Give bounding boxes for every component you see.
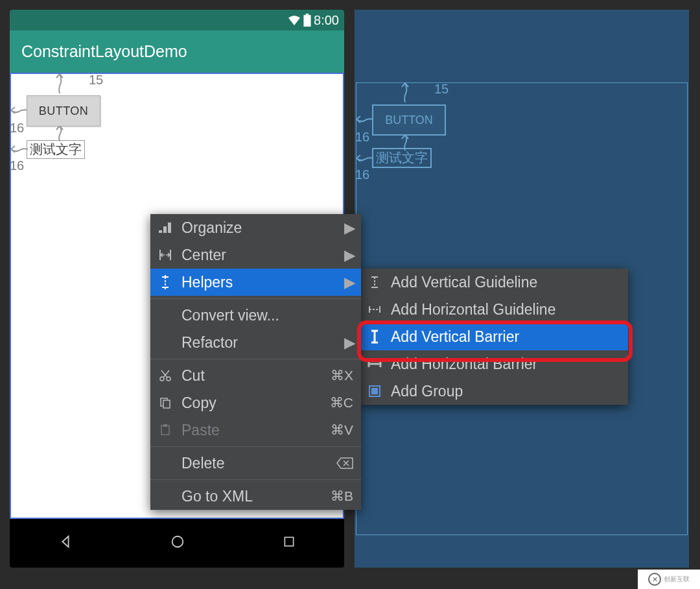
svg-rect-4	[159, 230, 162, 233]
menu-delete[interactable]: Delete	[150, 450, 361, 477]
svg-rect-6	[168, 222, 171, 233]
submenu-add-horizontal-barrier[interactable]: Add Horizontal Barrier	[360, 350, 628, 378]
wifi-icon	[288, 15, 301, 25]
bp-margin-left-label-2: 16	[355, 167, 369, 182]
menu-label: Delete	[181, 455, 224, 472]
svg-point-2	[172, 536, 183, 547]
blueprint-textview-widget[interactable]: 测试文字	[372, 148, 432, 168]
bp-text-label: 测试文字	[376, 150, 428, 165]
chevron-right-icon: ▶	[344, 219, 356, 237]
horizontal-guideline-icon	[368, 305, 382, 314]
submenu-add-vertical-guideline[interactable]: Add Vertical Guideline	[360, 269, 628, 296]
menu-center[interactable]: Center ▶	[150, 241, 361, 269]
watermark-logo-icon: ✕	[648, 573, 661, 586]
context-menu: Organize ▶ Center ▶ Helpers ▶ Convert vi…	[150, 214, 361, 510]
svg-rect-5	[163, 226, 167, 233]
design-button-label: BUTTON	[39, 104, 89, 118]
delete-key-icon	[336, 457, 353, 469]
svg-rect-15	[163, 400, 170, 408]
menu-cut[interactable]: Cut ⌘X	[150, 362, 361, 389]
constraint-arrow-left-icon	[356, 152, 373, 165]
constraint-arrow-left-icon	[11, 104, 28, 117]
watermark-label: 创新互联	[664, 575, 690, 584]
chevron-right-icon: ▶	[344, 246, 356, 264]
menu-label: Center	[181, 246, 226, 264]
menu-label: Convert view...	[181, 307, 279, 324]
margin-left-label-2: 16	[10, 158, 24, 173]
constraint-arrow-left-icon	[11, 143, 28, 156]
bp-margin-top-label: 15	[434, 82, 449, 97]
svg-rect-17	[163, 424, 167, 427]
margin-top-label: 15	[89, 73, 103, 88]
submenu-label: Add Vertical Barrier	[391, 328, 519, 346]
app-bar: ConstraintLayoutDemo	[10, 30, 344, 73]
battery-icon	[303, 14, 311, 27]
menu-label: Copy	[181, 394, 216, 412]
menu-separator	[150, 359, 361, 359]
constraint-arrow-up-icon	[395, 83, 415, 102]
margin-left-label-1: 16	[10, 121, 24, 136]
submenu-add-group[interactable]: Add Group	[360, 378, 628, 405]
menu-convert-view[interactable]: Convert view...	[150, 302, 361, 329]
svg-rect-1	[306, 14, 309, 15]
menu-goto-xml[interactable]: Go to XML ⌘B	[150, 483, 361, 510]
menu-separator	[150, 479, 361, 480]
menu-refactor[interactable]: Refactor ▶	[150, 329, 361, 356]
shortcut-label: ⌘C	[330, 395, 353, 411]
submenu-add-horizontal-guideline[interactable]: Add Horizontal Guideline	[360, 296, 628, 323]
organize-icon	[158, 222, 172, 233]
menu-label: Cut	[181, 367, 205, 385]
menu-label: Refactor	[181, 334, 238, 352]
helpers-icon	[158, 275, 172, 289]
submenu-label: Add Group	[391, 383, 463, 400]
app-title: ConstraintLayoutDemo	[21, 42, 187, 61]
nav-home-icon[interactable]	[170, 535, 185, 549]
menu-copy[interactable]: Copy ⌘C	[150, 389, 361, 416]
group-icon	[368, 385, 382, 398]
constraint-arrow-up-icon	[50, 126, 69, 141]
design-text-label: 测试文字	[30, 142, 82, 156]
shortcut-label: ⌘B	[331, 488, 353, 504]
watermark: ✕ 创新互联	[638, 570, 700, 589]
menu-label: Helpers	[181, 274, 233, 291]
submenu-label: Add Horizontal Guideline	[391, 301, 555, 319]
submenu-label: Add Vertical Guideline	[391, 274, 537, 291]
menu-label: Go to XML	[181, 488, 253, 505]
bp-margin-left-label-1: 16	[355, 130, 369, 145]
paste-icon	[158, 424, 172, 436]
svg-rect-3	[285, 537, 293, 546]
vertical-guideline-icon	[368, 275, 382, 289]
menu-label: Organize	[181, 219, 242, 237]
menu-organize[interactable]: Organize ▶	[150, 214, 361, 241]
constraint-arrow-up-icon	[50, 74, 69, 93]
status-time: 8:00	[314, 13, 339, 28]
menu-separator	[150, 298, 361, 299]
shortcut-label: ⌘X	[331, 368, 353, 383]
cut-icon	[158, 370, 172, 381]
menu-helpers[interactable]: Helpers ▶	[150, 269, 361, 296]
center-icon	[158, 250, 172, 260]
copy-icon	[158, 397, 172, 409]
menu-label: Paste	[181, 422, 220, 439]
helpers-submenu: Add Vertical Guideline Add Horizontal Gu…	[360, 269, 628, 405]
menu-paste: Paste ⌘V	[150, 416, 361, 444]
nav-recent-icon[interactable]	[283, 535, 296, 548]
shortcut-label: ⌘V	[331, 422, 353, 438]
blueprint-button-widget[interactable]: BUTTON	[372, 104, 446, 136]
android-status-bar: 8:00	[10, 10, 344, 30]
design-textview-widget[interactable]: 测试文字	[27, 140, 85, 159]
submenu-add-vertical-barrier[interactable]: Add Vertical Barrier	[360, 323, 628, 350]
nav-back-icon[interactable]	[58, 535, 73, 549]
chevron-right-icon: ▶	[344, 274, 356, 291]
svg-rect-16	[161, 426, 169, 435]
design-button-widget[interactable]: BUTTON	[27, 95, 100, 126]
horizontal-barrier-icon	[368, 359, 382, 368]
vertical-barrier-icon	[368, 330, 382, 344]
android-nav-bar	[10, 519, 344, 564]
chevron-right-icon: ▶	[344, 334, 356, 352]
constraint-arrow-left-icon	[356, 113, 373, 126]
svg-rect-33	[371, 388, 378, 394]
bp-button-label: BUTTON	[385, 114, 433, 127]
svg-rect-0	[304, 15, 311, 27]
menu-separator	[150, 446, 361, 447]
